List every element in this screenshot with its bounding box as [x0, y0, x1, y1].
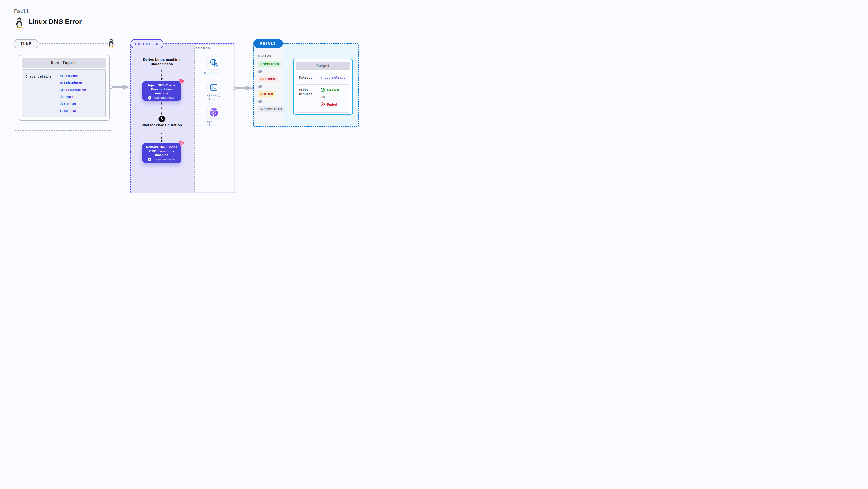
or-label: OR [258, 70, 262, 73]
privilege-badge: Privilege access required [144, 96, 179, 100]
status-badge-incompleted: INCOMPLETED [258, 106, 284, 112]
arrow-tune-to-execution [109, 84, 132, 91]
passed-label: Passed [327, 88, 339, 92]
status-label: STATUS [258, 54, 272, 57]
node-inject-title: Inject DNS Chaos Error on Linux machine [144, 84, 179, 96]
chaos-details-label: Chaos details [25, 74, 52, 78]
failed-label: Failed [327, 102, 337, 106]
slo-donut-icon [209, 107, 219, 117]
metrics-row: Metrics chaos metrics [296, 73, 350, 82]
x-circle-icon [320, 102, 325, 107]
http-probe-card [208, 57, 220, 69]
page-title: Linux DNS Error [29, 18, 82, 26]
status-badge-queued: QUEUED [258, 91, 275, 97]
dotted-connector [160, 102, 163, 115]
privilege-badge: Privilege access required [144, 158, 179, 161]
srm-slo-probe-card [208, 106, 220, 118]
step-wait-duration: Wait for chaos duration [140, 123, 183, 127]
probe-results-row: Probe Results Passed OR [296, 85, 350, 113]
param-ramptime: rampTime [60, 107, 88, 115]
probes-label: PROBES [195, 47, 210, 50]
check-circle-icon [320, 88, 325, 92]
lock-icon [148, 96, 151, 100]
step-derive-machine: Derive Linux machine under Chaos [140, 57, 183, 66]
fault-kicker: Fault [14, 8, 29, 14]
chaos-experiment-icon [178, 140, 184, 147]
node-remove-title: Remove DNS Chaos CMD from Linux machine [144, 145, 179, 157]
dotted-connector [160, 68, 163, 80]
node-remove-dns-chaos: Remove DNS Chaos CMD from Linux machine … [143, 143, 181, 163]
node-inject-dns-chaos: Inject DNS Chaos Error on Linux machine … [143, 81, 181, 101]
privilege-note: Privilege access required [153, 159, 176, 161]
or-label: OR [258, 100, 262, 103]
fault-diagram: Fault Linux DNS Error TUNE [0, 0, 372, 209]
metrics-value: chaos metrics [321, 76, 345, 79]
http-probe-label: HTTP PROBE [199, 72, 228, 75]
param-matchscheme: matchScheme [60, 79, 88, 86]
srm-slo-probe-label: SRM SLO PROBE [204, 120, 223, 127]
tux-penguin-icon [14, 17, 24, 28]
or-label: OR [321, 95, 339, 99]
status-badge-completed: COMPLETED [258, 61, 281, 67]
privilege-note: Privilege access required [153, 97, 176, 99]
probe-result-passed: Passed [320, 88, 339, 92]
user-inputs-title: User Inputs [22, 58, 106, 68]
probe-result-failed: Failed [320, 102, 339, 107]
command-probe-card [208, 82, 220, 94]
param-dnsport: dnsPort [60, 93, 88, 100]
arrow-execution-to-result [232, 85, 256, 92]
lock-icon [148, 158, 151, 161]
result-section: STATUS COMPLETED OR ERRORED OR QUEUED OR… [253, 43, 359, 127]
terminal-icon [209, 83, 219, 92]
metrics-label: Metrics [296, 76, 321, 79]
output-title: Output [296, 62, 350, 70]
user-inputs-card: User Inputs Chaos details hostnames matc… [19, 55, 110, 121]
command-probe-label: COMMAND PROBE [204, 94, 223, 101]
wait-clock-icon [158, 116, 165, 122]
param-hostnames: hostnames [60, 72, 88, 79]
tune-label: TUNE [14, 39, 38, 48]
chaos-details-table: Chaos details hostnames matchScheme upst… [22, 69, 106, 117]
tux-penguin-small-icon [107, 38, 115, 47]
chaos-params-list: hostnames matchScheme upstreamServer dns… [60, 72, 88, 115]
status-badge-errored: ERRORED [258, 76, 278, 82]
result-label: RESULT [253, 39, 283, 48]
param-duration: duration [60, 100, 88, 107]
globe-alert-icon [209, 58, 219, 68]
execution-label: EXECUTION [131, 39, 163, 48]
probe-results-label: Probe Results [299, 88, 318, 96]
output-card: Output Metrics chaos metrics Probe Resul… [293, 59, 353, 115]
or-label: OR [258, 85, 262, 89]
dotted-connector [160, 133, 163, 142]
chaos-experiment-icon [178, 78, 184, 85]
param-upstreamserver: upstreamServer [60, 86, 88, 93]
